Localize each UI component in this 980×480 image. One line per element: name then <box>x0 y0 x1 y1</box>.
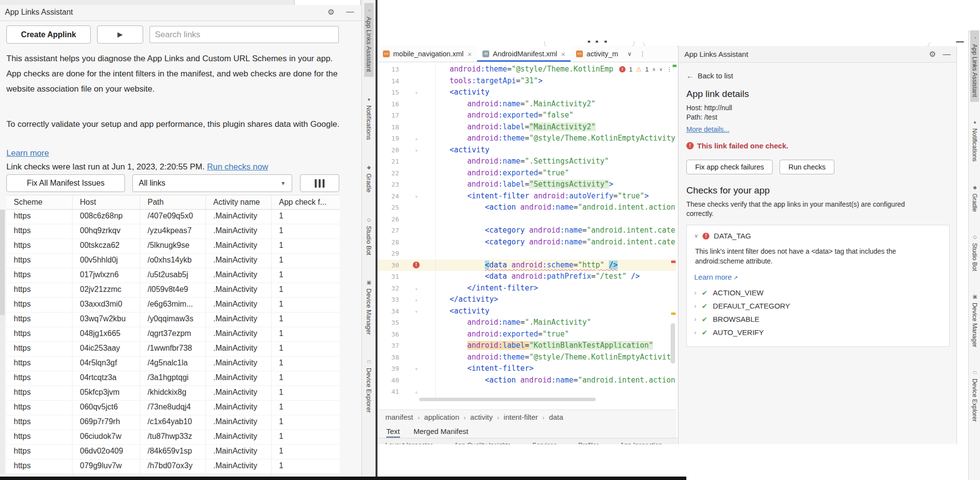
tool-strip-tab-notifications[interactable]: ●Notifications <box>970 115 979 167</box>
prev-problem-icon[interactable]: ∧ <box>652 67 655 72</box>
table-row[interactable]: https048jg1x665/qgrt37ezpm.MainActivity1 <box>6 327 340 342</box>
check-item-action-view[interactable]: ›✔ACTION_VIEW <box>694 286 942 299</box>
code-line[interactable]: 28<category android:name="android.intent… <box>377 237 677 248</box>
table-row[interactable]: https017jwlxzn6/u5t2usab5j.MainActivity1 <box>6 268 340 283</box>
code-line[interactable]: 19▵android:theme="@style/Theme.KotlinEmp… <box>377 133 677 144</box>
fix-all-manifest-issues-button[interactable]: Fix All Manifest Issues <box>6 174 125 192</box>
code-line[interactable]: 41▵ <box>377 386 677 398</box>
chevron-down-icon[interactable]: ∨ <box>694 233 698 239</box>
fold-down-icon[interactable]: ▿ <box>415 145 418 157</box>
run-checks-button[interactable]: Run checks <box>779 160 834 174</box>
table-row[interactable]: https069p7r79rh/c1x64yab10.MainActivity1 <box>6 415 340 430</box>
table-scrollbar-thumb[interactable] <box>0 210 5 315</box>
table-row[interactable]: https06ciudok7w/tu87hwp33z.MainActivity1 <box>6 430 340 445</box>
run-checks-now-link[interactable]: Run checks now <box>207 162 268 171</box>
column-header-scheme[interactable]: Scheme <box>6 195 73 210</box>
editor-tab-mobile-navigation-xml[interactable]: <>mobile_navigation.xml× <box>377 46 477 62</box>
minimize-icon[interactable]: — <box>346 7 354 16</box>
code-line[interactable]: 31<data android:pathPrefix="/test" /> <box>377 271 677 283</box>
code-line[interactable]: 39▿<intent-filter> <box>377 363 677 375</box>
chevron-right-icon[interactable]: › <box>694 302 696 310</box>
chevron-down-icon[interactable]: ∨ <box>624 46 636 62</box>
table-row[interactable]: https008c6z68np/407e09q5x0.MainActivity1 <box>6 210 340 224</box>
code-line[interactable]: 16android:name=".MainActivity2" <box>377 98 677 110</box>
table-row[interactable]: https060qv5jct6/73ne8udqj4.MainActivity1 <box>6 401 340 415</box>
tool-strip-tab-studio-bot[interactable]: ◇Studio Bot <box>970 229 979 276</box>
chevron-right-icon[interactable]: › <box>694 329 696 336</box>
toolwindow-button-layout-inspector[interactable]: Layout Inspector <box>385 441 432 444</box>
fix-app-check-failures-button[interactable]: Fix app check failures <box>686 160 773 174</box>
toolwindow-button-services[interactable]: Services <box>532 441 557 444</box>
tool-strip-tab-gradle[interactable]: ◆Gradle <box>970 180 979 217</box>
error-bulb-icon[interactable]: ! <box>413 262 420 268</box>
link-filter-dropdown[interactable]: All links ▼ <box>132 174 292 192</box>
code-line[interactable]: 30!<data android:scheme="http" /> <box>377 260 677 271</box>
more-options-icon[interactable]: ⋮ <box>636 46 650 62</box>
code-line[interactable]: 18android:label="MainActivity2" <box>377 121 677 133</box>
learn-more-link[interactable]: Learn more <box>694 273 732 281</box>
breadcrumb-item-intent-filter[interactable]: intent-filter <box>503 413 538 421</box>
tool-strip-tab-app-links-assistant[interactable]: ◔App Links Assistant <box>970 30 979 102</box>
close-icon[interactable]: × <box>467 50 472 58</box>
learn-more-link[interactable]: Learn more <box>6 148 49 158</box>
editor-tab-androidmanifest-xml[interactable]: MAndroidManifest.xml× <box>477 46 571 62</box>
close-icon[interactable]: × <box>561 50 566 58</box>
code-line[interactable]: 17android:exported="false" <box>377 110 677 121</box>
check-item-default-category[interactable]: ›✔DEFAULT_CATEGORY <box>694 299 942 312</box>
fold-up-icon[interactable]: ▵ <box>415 133 418 145</box>
fold-down-icon[interactable]: ▿ <box>415 306 418 318</box>
minimize-icon[interactable]: — <box>943 50 951 59</box>
fold-up-icon[interactable]: ▵ <box>415 386 418 398</box>
code-line[interactable]: 25<action android:name="android.intent.a… <box>377 202 677 214</box>
table-row[interactable]: https03wq7w2kbu/y0qqimaw3s.MainActivity1 <box>6 312 340 327</box>
table-row[interactable]: https00v5hhld0j/o0xhs14ykb.MainActivity1 <box>6 254 340 268</box>
code-line[interactable]: 22android:exported="true" <box>377 168 677 179</box>
code-line[interactable]: 14tools:targetApi="31"> <box>377 75 677 87</box>
code-line[interactable]: 23android:label="SettingsActivity"> <box>377 179 677 191</box>
search-input[interactable] <box>150 26 339 43</box>
chevron-right-icon[interactable]: › <box>694 315 696 323</box>
tool-strip-tab-studio-bot[interactable]: ◇Studio Bot <box>364 212 374 260</box>
breadcrumb-item-application[interactable]: application <box>424 413 459 421</box>
code-line[interactable]: 34▿<activity <box>377 306 677 317</box>
check-item-browsable[interactable]: ›✔BROWSABLE <box>694 312 942 326</box>
breadcrumb-item-data[interactable]: data <box>549 413 563 421</box>
fold-up-icon[interactable]: ▵ <box>415 283 418 295</box>
table-row[interactable]: https06dv02o409/84k659v1sp.MainActivity1 <box>6 445 340 459</box>
code-line[interactable]: 33▵</activity> <box>377 294 677 306</box>
code-line[interactable]: 27<category android:name="android.intent… <box>377 225 677 237</box>
code-line[interactable]: 20▿<activity <box>377 144 677 156</box>
tool-strip-tab-app-links-assistant[interactable]: ◔App Links Assistant <box>364 3 374 77</box>
run-button-play-icon[interactable]: ▶ <box>97 25 143 44</box>
code-line[interactable]: 24▿<intent-filter android:autoVerify="tr… <box>377 191 677 202</box>
code-line[interactable]: 32▵</intent-filter> <box>377 283 677 294</box>
toolwindow-button-profiler[interactable]: Profiler <box>578 441 599 444</box>
column-header-activity-name[interactable]: Activity name <box>206 195 272 210</box>
tab-text[interactable]: Text <box>386 424 400 438</box>
breadcrumb-item-manifest[interactable]: manifest <box>385 413 413 421</box>
code-line[interactable]: 35android:name=".MainActivity" <box>377 317 677 329</box>
check-item-auto-verify[interactable]: ›✔AUTO_VERIFY <box>694 326 942 339</box>
tool-strip-tab-gradle[interactable]: ◆Gradle <box>364 160 374 197</box>
inspection-widget[interactable]: ! 1 ⚠ 1 ∧ ∨ ⋮ <box>616 64 676 74</box>
tab-merged-manifest[interactable]: Merged Manifest <box>414 424 469 438</box>
data-tag-check-item[interactable]: ∨ ! DATA_TAG <box>694 232 942 240</box>
more-options-icon[interactable]: ⋮ <box>666 66 673 73</box>
editor-vertical-scrollbar[interactable] <box>671 323 675 363</box>
breadcrumb-item-activity[interactable]: activity <box>470 413 493 421</box>
tool-strip-tab-device-explorer[interactable]: □Device Explorer <box>970 365 979 427</box>
column-header-app-check-f-[interactable]: App check f... <box>272 195 340 210</box>
fold-down-icon[interactable]: ▿ <box>415 87 418 99</box>
editor-tab-activity-m[interactable]: <>activity_m <box>571 46 623 62</box>
fold-down-icon[interactable]: ▿ <box>415 191 418 203</box>
code-line[interactable]: 26 <box>377 214 677 225</box>
gear-icon[interactable]: ⚙ <box>929 49 936 59</box>
column-settings-button[interactable] <box>300 174 339 192</box>
code-line[interactable]: 15▿<activity <box>377 87 677 98</box>
column-header-path[interactable]: Path <box>140 195 206 210</box>
code-line[interactable]: 38android:theme="@style/Theme.KotlinEmpt… <box>377 352 677 363</box>
code-line[interactable]: 29 <box>377 248 677 260</box>
chevron-right-icon[interactable]: › <box>694 289 696 296</box>
table-row[interactable]: https00tskcza62/5lknugk9se.MainActivity1 <box>6 239 340 254</box>
code-editor[interactable]: 13android:theme="@style/Theme.KotlinEmp1… <box>377 64 677 398</box>
